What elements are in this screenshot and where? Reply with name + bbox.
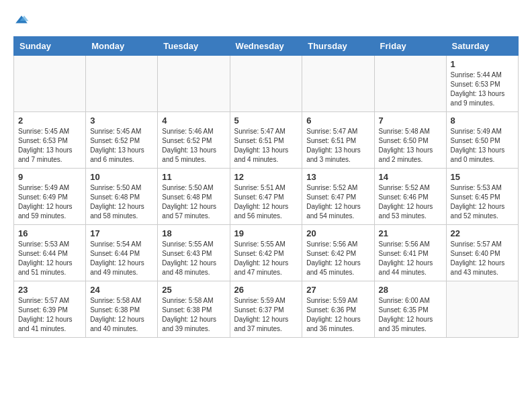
day-info: Sunrise: 5:44 AM Sunset: 6:53 PM Dayligh… xyxy=(451,71,514,108)
calendar-cell: 14Sunrise: 5:52 AM Sunset: 6:46 PM Dayli… xyxy=(374,169,446,225)
day-number: 8 xyxy=(451,116,514,126)
day-number: 6 xyxy=(306,116,369,126)
day-info: Sunrise: 5:56 AM Sunset: 6:42 PM Dayligh… xyxy=(306,240,369,277)
day-number: 1 xyxy=(451,59,514,69)
logo-icon xyxy=(13,13,30,30)
calendar-cell: 11Sunrise: 5:50 AM Sunset: 6:48 PM Dayli… xyxy=(158,169,230,225)
calendar-cell: 1Sunrise: 5:44 AM Sunset: 6:53 PM Daylig… xyxy=(446,56,518,112)
calendar-cell: 17Sunrise: 5:54 AM Sunset: 6:44 PM Dayli… xyxy=(86,225,158,281)
day-info: Sunrise: 5:52 AM Sunset: 6:47 PM Dayligh… xyxy=(306,183,369,221)
calendar-cell xyxy=(446,281,518,338)
calendar-cell: 20Sunrise: 5:56 AM Sunset: 6:42 PM Dayli… xyxy=(302,225,374,281)
calendar-cell: 22Sunrise: 5:57 AM Sunset: 6:40 PM Dayli… xyxy=(446,225,518,281)
day-info: Sunrise: 5:52 AM Sunset: 6:46 PM Dayligh… xyxy=(379,183,442,221)
day-number: 3 xyxy=(90,116,153,126)
day-info: Sunrise: 5:51 AM Sunset: 6:47 PM Dayligh… xyxy=(234,183,298,221)
day-info: Sunrise: 5:54 AM Sunset: 6:44 PM Dayligh… xyxy=(90,240,153,277)
day-info: Sunrise: 5:59 AM Sunset: 6:36 PM Dayligh… xyxy=(306,296,369,334)
calendar-cell: 8Sunrise: 5:49 AM Sunset: 6:50 PM Daylig… xyxy=(446,112,518,169)
calendar-cell xyxy=(302,56,374,112)
calendar-cell: 15Sunrise: 5:53 AM Sunset: 6:45 PM Dayli… xyxy=(446,169,518,225)
day-info: Sunrise: 5:53 AM Sunset: 6:45 PM Dayligh… xyxy=(451,183,514,221)
calendar-cell: 28Sunrise: 6:00 AM Sunset: 6:35 PM Dayli… xyxy=(374,281,446,338)
day-number: 15 xyxy=(451,172,514,182)
day-number: 4 xyxy=(162,116,225,126)
calendar-week-row: 2Sunrise: 5:45 AM Sunset: 6:53 PM Daylig… xyxy=(14,112,519,169)
day-number: 17 xyxy=(90,228,153,238)
calendar-week-row: 1Sunrise: 5:44 AM Sunset: 6:53 PM Daylig… xyxy=(14,56,519,112)
calendar-cell: 18Sunrise: 5:55 AM Sunset: 6:43 PM Dayli… xyxy=(158,225,230,281)
page-header xyxy=(13,13,519,30)
day-number: 16 xyxy=(18,228,81,238)
day-number: 18 xyxy=(162,228,225,238)
calendar-cell: 3Sunrise: 5:45 AM Sunset: 6:52 PM Daylig… xyxy=(86,112,158,169)
calendar-cell: 27Sunrise: 5:59 AM Sunset: 6:36 PM Dayli… xyxy=(302,281,374,338)
day-info: Sunrise: 5:59 AM Sunset: 6:37 PM Dayligh… xyxy=(234,296,298,334)
day-number: 14 xyxy=(379,172,442,182)
calendar-cell: 5Sunrise: 5:47 AM Sunset: 6:51 PM Daylig… xyxy=(230,112,302,169)
day-info: Sunrise: 5:53 AM Sunset: 6:44 PM Dayligh… xyxy=(18,240,81,277)
day-info: Sunrise: 5:48 AM Sunset: 6:50 PM Dayligh… xyxy=(379,127,442,165)
calendar-cell: 10Sunrise: 5:50 AM Sunset: 6:48 PM Dayli… xyxy=(86,169,158,225)
day-number: 24 xyxy=(90,285,153,295)
day-number: 7 xyxy=(379,116,442,126)
day-info: Sunrise: 5:56 AM Sunset: 6:41 PM Dayligh… xyxy=(379,240,442,277)
day-number: 25 xyxy=(162,285,225,295)
day-number: 26 xyxy=(234,285,298,295)
calendar-table: SundayMondayTuesdayWednesdayThursdayFrid… xyxy=(13,36,519,338)
day-number: 19 xyxy=(234,228,298,238)
day-number: 21 xyxy=(379,228,442,238)
calendar-cell: 24Sunrise: 5:58 AM Sunset: 6:38 PM Dayli… xyxy=(86,281,158,338)
day-number: 12 xyxy=(234,172,298,182)
calendar-week-row: 16Sunrise: 5:53 AM Sunset: 6:44 PM Dayli… xyxy=(14,225,519,281)
calendar-week-row: 9Sunrise: 5:49 AM Sunset: 6:49 PM Daylig… xyxy=(14,169,519,225)
day-number: 11 xyxy=(162,172,225,182)
calendar-cell xyxy=(14,56,86,112)
day-info: Sunrise: 5:49 AM Sunset: 6:50 PM Dayligh… xyxy=(451,127,514,165)
calendar-cell xyxy=(86,56,158,112)
day-info: Sunrise: 5:57 AM Sunset: 6:40 PM Dayligh… xyxy=(451,240,514,277)
calendar-week-row: 23Sunrise: 5:57 AM Sunset: 6:39 PM Dayli… xyxy=(14,281,519,338)
day-number: 23 xyxy=(18,285,81,295)
calendar-cell: 19Sunrise: 5:55 AM Sunset: 6:42 PM Dayli… xyxy=(230,225,302,281)
day-number: 13 xyxy=(306,172,369,182)
calendar-cell: 6Sunrise: 5:47 AM Sunset: 6:51 PM Daylig… xyxy=(302,112,374,169)
day-info: Sunrise: 5:50 AM Sunset: 6:48 PM Dayligh… xyxy=(162,183,225,221)
day-number: 10 xyxy=(90,172,153,182)
calendar-cell xyxy=(158,56,230,112)
calendar-cell: 4Sunrise: 5:46 AM Sunset: 6:52 PM Daylig… xyxy=(158,112,230,169)
day-number: 9 xyxy=(18,172,81,182)
calendar-cell: 9Sunrise: 5:49 AM Sunset: 6:49 PM Daylig… xyxy=(14,169,86,225)
weekday-header-friday: Friday xyxy=(374,37,446,56)
weekday-header-row: SundayMondayTuesdayWednesdayThursdayFrid… xyxy=(14,37,519,56)
day-info: Sunrise: 5:47 AM Sunset: 6:51 PM Dayligh… xyxy=(306,127,369,165)
logo xyxy=(13,13,32,30)
day-info: Sunrise: 5:55 AM Sunset: 6:42 PM Dayligh… xyxy=(234,240,298,277)
calendar-cell: 2Sunrise: 5:45 AM Sunset: 6:53 PM Daylig… xyxy=(14,112,86,169)
weekday-header-tuesday: Tuesday xyxy=(158,37,230,56)
calendar-cell xyxy=(374,56,446,112)
day-info: Sunrise: 5:50 AM Sunset: 6:48 PM Dayligh… xyxy=(90,183,153,221)
day-info: Sunrise: 5:58 AM Sunset: 6:38 PM Dayligh… xyxy=(162,296,225,334)
calendar-cell: 25Sunrise: 5:58 AM Sunset: 6:38 PM Dayli… xyxy=(158,281,230,338)
weekday-header-monday: Monday xyxy=(86,37,158,56)
calendar-cell: 23Sunrise: 5:57 AM Sunset: 6:39 PM Dayli… xyxy=(14,281,86,338)
calendar-cell xyxy=(230,56,302,112)
day-number: 2 xyxy=(18,116,81,126)
day-number: 22 xyxy=(451,228,514,238)
day-number: 20 xyxy=(306,228,369,238)
calendar-cell: 16Sunrise: 5:53 AM Sunset: 6:44 PM Dayli… xyxy=(14,225,86,281)
calendar-cell: 7Sunrise: 5:48 AM Sunset: 6:50 PM Daylig… xyxy=(374,112,446,169)
calendar-cell: 26Sunrise: 5:59 AM Sunset: 6:37 PM Dayli… xyxy=(230,281,302,338)
day-info: Sunrise: 5:45 AM Sunset: 6:52 PM Dayligh… xyxy=(90,127,153,165)
weekday-header-thursday: Thursday xyxy=(302,37,374,56)
weekday-header-sunday: Sunday xyxy=(14,37,86,56)
day-info: Sunrise: 6:00 AM Sunset: 6:35 PM Dayligh… xyxy=(379,296,442,334)
weekday-header-saturday: Saturday xyxy=(446,37,518,56)
weekday-header-wednesday: Wednesday xyxy=(230,37,302,56)
calendar-cell: 21Sunrise: 5:56 AM Sunset: 6:41 PM Dayli… xyxy=(374,225,446,281)
calendar-cell: 12Sunrise: 5:51 AM Sunset: 6:47 PM Dayli… xyxy=(230,169,302,225)
day-info: Sunrise: 5:45 AM Sunset: 6:53 PM Dayligh… xyxy=(18,127,81,165)
calendar-cell: 13Sunrise: 5:52 AM Sunset: 6:47 PM Dayli… xyxy=(302,169,374,225)
day-info: Sunrise: 5:47 AM Sunset: 6:51 PM Dayligh… xyxy=(234,127,298,165)
